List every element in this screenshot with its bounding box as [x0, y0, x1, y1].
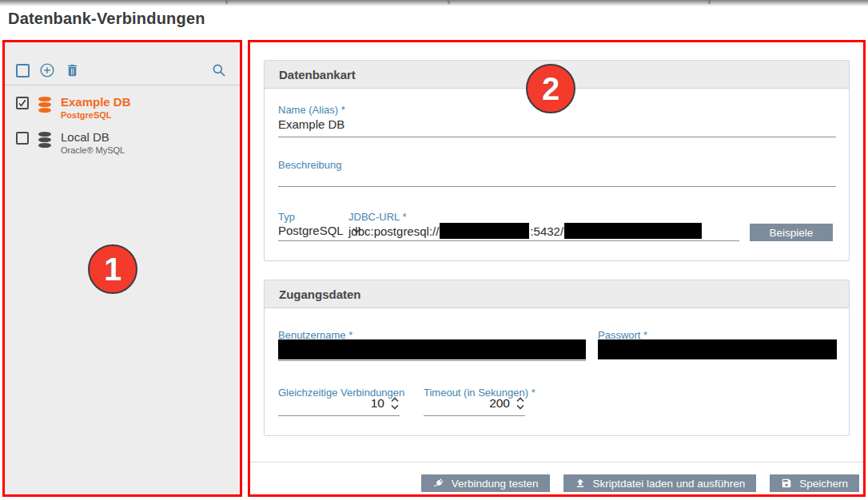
- upload-icon: [575, 478, 586, 489]
- database-icon-gray: [37, 131, 53, 149]
- browser-tab-seam: [448, 0, 450, 4]
- connection-type: Oracle® MySQL: [61, 145, 125, 156]
- stepper-arrows-icon[interactable]: [516, 396, 525, 411]
- item-checkbox-checked[interactable]: [16, 97, 29, 109]
- connection-name: Example DB: [61, 95, 131, 109]
- page-title: Datenbank-Verbindungen: [8, 10, 205, 28]
- jdbc-url-underline: [348, 240, 739, 241]
- card-zugangsdaten: Zugangsdaten Benutzername * Passwort * G…: [264, 280, 850, 436]
- jdbc-url-input[interactable]: jdbc:postgresql:// :5432/: [348, 223, 703, 239]
- connection-type: PostgreSQL: [61, 110, 131, 121]
- delete-icon[interactable]: [65, 62, 80, 78]
- annotation-badge-1: 1: [88, 244, 137, 294]
- jdbc-url-prefix: jdbc:postgresql://: [348, 224, 439, 238]
- card-title: Zugangsdaten: [265, 280, 849, 308]
- jdbc-url-label: JDBC-URL *: [348, 211, 406, 223]
- jdbc-url-port: :5432/: [530, 224, 563, 238]
- browser-tab-seam: [708, 0, 711, 4]
- connection-list: Example DB PostgreSQL Local DB Oracle® M…: [5, 90, 240, 161]
- name-alias-underline: [278, 137, 836, 137]
- search-icon[interactable]: [211, 62, 227, 78]
- list-item-local-db[interactable]: Local DB Oracle® MySQL: [5, 125, 240, 161]
- stepper-arrows-icon[interactable]: [390, 396, 400, 411]
- browser-edge-strip: [0, 0, 868, 6]
- select-all-checkbox[interactable]: [16, 64, 30, 77]
- footer-actions: Verbindung testen Skriptdatei laden und …: [421, 474, 859, 492]
- item-checkbox-unchecked[interactable]: [16, 132, 29, 145]
- benutzername-underline: [278, 360, 586, 361]
- jdbc-host-redacted: [440, 223, 529, 239]
- check-icon: [18, 97, 27, 109]
- item-text: Example DB PostgreSQL: [61, 95, 131, 121]
- gleichzeitige-verbindungen-stepper[interactable]: 10: [278, 396, 400, 411]
- jdbc-database-redacted: [564, 223, 702, 239]
- database-icon-orange: [37, 96, 53, 113]
- annotation-region-1: Example DB PostgreSQL Local DB Oracle® M…: [2, 40, 242, 497]
- item-text: Local DB Oracle® MySQL: [61, 130, 125, 156]
- beschreibung-input[interactable]: [278, 169, 836, 185]
- add-connection-icon[interactable]: [38, 62, 56, 79]
- gleichzeitige-verbindungen-underline: [278, 415, 400, 416]
- button-label: Skriptdatei laden und ausführen: [593, 478, 746, 490]
- connection-name: Local DB: [61, 130, 125, 144]
- skriptdatei-laden-button[interactable]: Skriptdatei laden und ausführen: [563, 474, 757, 492]
- speichern-button[interactable]: Speichern: [770, 474, 859, 492]
- button-label: Speichern: [799, 478, 848, 490]
- browser-tab-seam: [225, 0, 228, 4]
- list-item-example-db[interactable]: Example DB PostgreSQL: [5, 90, 240, 125]
- passwort-input-redacted[interactable]: [598, 339, 837, 359]
- timeout-underline: [424, 415, 525, 416]
- save-icon: [781, 478, 792, 489]
- sidebar-divider: [5, 85, 240, 85]
- name-alias-label: Name (Alias) *: [278, 104, 345, 116]
- sidebar-toolbar: [5, 59, 240, 81]
- typ-selected-value: PostgreSQL: [278, 224, 344, 237]
- annotation-region-2: Datenbankart Name (Alias) * Example DB B…: [248, 40, 866, 497]
- screen: Datenbank-Verbindungen: [0, 0, 868, 500]
- gleichzeitige-verbindungen-value[interactable]: 10: [371, 396, 384, 411]
- verbindung-testen-button[interactable]: Verbindung testen: [421, 474, 550, 492]
- annotation-badge-2: 2: [526, 64, 575, 113]
- button-label: Verbindung testen: [452, 478, 539, 490]
- footer-divider: [250, 462, 863, 462]
- benutzername-input-redacted[interactable]: [278, 339, 586, 359]
- beispiele-button[interactable]: Beispiele: [750, 224, 833, 241]
- beschreibung-underline: [278, 186, 836, 187]
- plug-icon: [432, 478, 444, 490]
- timeout-stepper[interactable]: 200: [424, 396, 525, 411]
- name-alias-input[interactable]: Example DB: [278, 117, 344, 131]
- timeout-value[interactable]: 200: [489, 396, 510, 411]
- typ-label: Typ: [278, 211, 295, 223]
